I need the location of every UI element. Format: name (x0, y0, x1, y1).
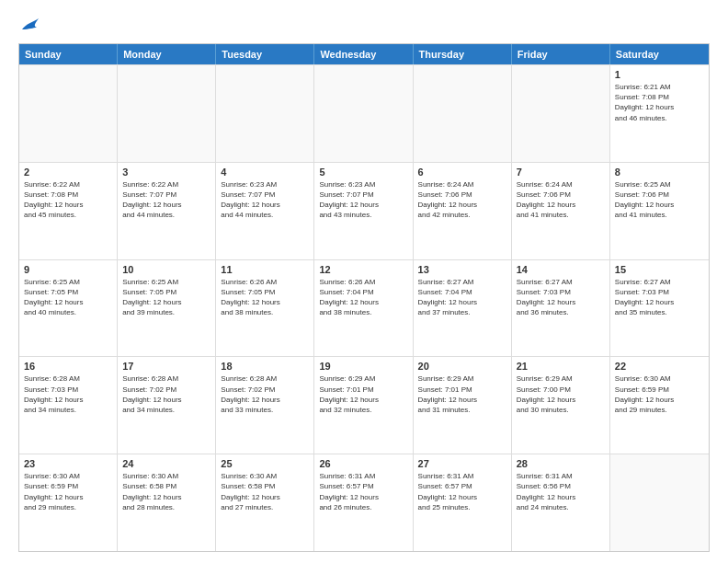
day-number-8: 8 (615, 167, 704, 178)
day-info-18: Sunrise: 6:28 AM Sunset: 7:02 PM Dayligh… (221, 373, 309, 415)
day-cell-2-5: 14Sunrise: 6:27 AM Sunset: 7:03 PM Dayli… (512, 260, 610, 357)
day-cell-0-6: 1Sunrise: 6:21 AM Sunset: 7:08 PM Daylig… (610, 65, 709, 162)
day-info-22: Sunrise: 6:30 AM Sunset: 6:59 PM Dayligh… (615, 373, 704, 415)
day-cell-2-4: 13Sunrise: 6:27 AM Sunset: 7:04 PM Dayli… (414, 260, 512, 357)
day-info-13: Sunrise: 6:27 AM Sunset: 7:04 PM Dayligh… (418, 277, 506, 318)
header-wednesday: Wednesday (314, 44, 413, 64)
day-info-2: Sunrise: 6:22 AM Sunset: 7:08 PM Dayligh… (24, 179, 112, 221)
day-number-19: 19 (319, 361, 407, 372)
day-info-14: Sunrise: 6:27 AM Sunset: 7:03 PM Dayligh… (517, 277, 605, 318)
day-cell-1-6: 8Sunrise: 6:25 AM Sunset: 7:06 PM Daylig… (610, 163, 709, 259)
day-cell-4-1: 24Sunrise: 6:30 AM Sunset: 6:58 PM Dayli… (118, 454, 216, 551)
week-row-3: 16Sunrise: 6:28 AM Sunset: 7:03 PM Dayli… (19, 356, 709, 454)
day-number-27: 27 (418, 458, 506, 469)
day-info-28: Sunrise: 6:31 AM Sunset: 6:56 PM Dayligh… (517, 471, 605, 512)
day-cell-4-4: 27Sunrise: 6:31 AM Sunset: 6:57 PM Dayli… (414, 454, 512, 551)
week-row-0: 1Sunrise: 6:21 AM Sunset: 7:08 PM Daylig… (19, 64, 709, 162)
day-cell-1-2: 4Sunrise: 6:23 AM Sunset: 7:07 PM Daylig… (216, 163, 314, 259)
page: Sunday Monday Tuesday Wednesday Thursday… (0, 0, 728, 563)
day-number-4: 4 (221, 167, 309, 178)
day-number-18: 18 (221, 361, 309, 372)
day-number-15: 15 (615, 264, 704, 275)
day-cell-1-3: 5Sunrise: 6:23 AM Sunset: 7:07 PM Daylig… (314, 163, 413, 259)
header-thursday: Thursday (414, 44, 512, 64)
day-cell-2-2: 11Sunrise: 6:26 AM Sunset: 7:05 PM Dayli… (216, 260, 314, 357)
day-info-26: Sunrise: 6:31 AM Sunset: 6:57 PM Dayligh… (319, 471, 407, 512)
day-number-1: 1 (615, 69, 704, 80)
week-row-1: 2Sunrise: 6:22 AM Sunset: 7:08 PM Daylig… (19, 162, 709, 259)
day-cell-1-0: 2Sunrise: 6:22 AM Sunset: 7:08 PM Daylig… (19, 163, 118, 259)
week-row-4: 23Sunrise: 6:30 AM Sunset: 6:59 PM Dayli… (19, 454, 709, 551)
day-info-17: Sunrise: 6:28 AM Sunset: 7:02 PM Dayligh… (122, 373, 210, 415)
day-cell-3-3: 19Sunrise: 6:29 AM Sunset: 7:01 PM Dayli… (314, 357, 413, 454)
calendar-body: 1Sunrise: 6:21 AM Sunset: 7:08 PM Daylig… (19, 64, 709, 551)
day-info-20: Sunrise: 6:29 AM Sunset: 7:01 PM Dayligh… (418, 373, 506, 415)
calendar: Sunday Monday Tuesday Wednesday Thursday… (18, 43, 710, 552)
day-cell-4-6 (610, 454, 709, 551)
day-number-22: 22 (615, 361, 704, 372)
day-info-1: Sunrise: 6:21 AM Sunset: 7:08 PM Dayligh… (615, 82, 704, 123)
day-cell-1-5: 7Sunrise: 6:24 AM Sunset: 7:06 PM Daylig… (512, 163, 610, 259)
day-info-7: Sunrise: 6:24 AM Sunset: 7:06 PM Dayligh… (517, 179, 605, 221)
header (18, 15, 710, 34)
day-cell-4-2: 25Sunrise: 6:30 AM Sunset: 6:58 PM Dayli… (216, 454, 314, 551)
logo-text (18, 15, 40, 34)
week-row-2: 9Sunrise: 6:25 AM Sunset: 7:05 PM Daylig… (19, 259, 709, 357)
day-cell-2-1: 10Sunrise: 6:25 AM Sunset: 7:05 PM Dayli… (118, 260, 216, 357)
day-info-23: Sunrise: 6:30 AM Sunset: 6:59 PM Dayligh… (24, 471, 112, 512)
day-number-2: 2 (24, 167, 112, 178)
day-cell-3-0: 16Sunrise: 6:28 AM Sunset: 7:03 PM Dayli… (19, 357, 118, 454)
day-cell-0-0 (19, 65, 118, 162)
day-info-11: Sunrise: 6:26 AM Sunset: 7:05 PM Dayligh… (221, 277, 309, 318)
day-cell-2-3: 12Sunrise: 6:26 AM Sunset: 7:04 PM Dayli… (314, 260, 413, 357)
day-info-12: Sunrise: 6:26 AM Sunset: 7:04 PM Dayligh… (319, 277, 407, 318)
day-number-24: 24 (122, 458, 210, 469)
day-cell-2-6: 15Sunrise: 6:27 AM Sunset: 7:03 PM Dayli… (610, 260, 709, 357)
day-cell-4-3: 26Sunrise: 6:31 AM Sunset: 6:57 PM Dayli… (314, 454, 413, 551)
day-info-27: Sunrise: 6:31 AM Sunset: 6:57 PM Dayligh… (418, 471, 506, 512)
day-number-17: 17 (122, 361, 210, 372)
day-number-13: 13 (418, 264, 506, 275)
day-number-5: 5 (319, 167, 407, 178)
day-number-23: 23 (24, 458, 112, 469)
header-friday: Friday (512, 44, 610, 64)
day-number-3: 3 (122, 167, 210, 178)
day-cell-0-1 (118, 65, 216, 162)
day-cell-0-3 (314, 65, 413, 162)
day-info-3: Sunrise: 6:22 AM Sunset: 7:07 PM Dayligh… (122, 179, 210, 221)
day-cell-1-4: 6Sunrise: 6:24 AM Sunset: 7:06 PM Daylig… (414, 163, 512, 259)
day-info-24: Sunrise: 6:30 AM Sunset: 6:58 PM Dayligh… (122, 471, 210, 512)
calendar-header-row: Sunday Monday Tuesday Wednesday Thursday… (19, 44, 709, 64)
day-number-6: 6 (418, 167, 506, 178)
day-cell-3-6: 22Sunrise: 6:30 AM Sunset: 6:59 PM Dayli… (610, 357, 709, 454)
logo-bird-icon (20, 17, 40, 33)
day-number-14: 14 (517, 264, 605, 275)
day-info-5: Sunrise: 6:23 AM Sunset: 7:07 PM Dayligh… (319, 179, 407, 221)
day-cell-4-5: 28Sunrise: 6:31 AM Sunset: 6:56 PM Dayli… (512, 454, 610, 551)
day-info-8: Sunrise: 6:25 AM Sunset: 7:06 PM Dayligh… (615, 179, 704, 221)
day-number-11: 11 (221, 264, 309, 275)
logo (18, 15, 40, 34)
header-monday: Monday (118, 44, 216, 64)
day-cell-4-0: 23Sunrise: 6:30 AM Sunset: 6:59 PM Dayli… (19, 454, 118, 551)
day-cell-2-0: 9Sunrise: 6:25 AM Sunset: 7:05 PM Daylig… (19, 260, 118, 357)
day-cell-0-2 (216, 65, 314, 162)
day-cell-1-1: 3Sunrise: 6:22 AM Sunset: 7:07 PM Daylig… (118, 163, 216, 259)
day-info-9: Sunrise: 6:25 AM Sunset: 7:05 PM Dayligh… (24, 277, 112, 318)
day-info-4: Sunrise: 6:23 AM Sunset: 7:07 PM Dayligh… (221, 179, 309, 221)
day-number-20: 20 (418, 361, 506, 372)
day-number-16: 16 (24, 361, 112, 372)
day-cell-3-4: 20Sunrise: 6:29 AM Sunset: 7:01 PM Dayli… (414, 357, 512, 454)
day-info-19: Sunrise: 6:29 AM Sunset: 7:01 PM Dayligh… (319, 373, 407, 415)
day-number-25: 25 (221, 458, 309, 469)
day-number-10: 10 (122, 264, 210, 275)
day-number-7: 7 (517, 167, 605, 178)
day-cell-3-1: 17Sunrise: 6:28 AM Sunset: 7:02 PM Dayli… (118, 357, 216, 454)
day-number-12: 12 (319, 264, 407, 275)
header-sunday: Sunday (19, 44, 118, 64)
header-saturday: Saturday (610, 44, 709, 64)
day-cell-0-5 (512, 65, 610, 162)
day-cell-3-2: 18Sunrise: 6:28 AM Sunset: 7:02 PM Dayli… (216, 357, 314, 454)
day-number-28: 28 (517, 458, 605, 469)
day-cell-0-4 (414, 65, 512, 162)
